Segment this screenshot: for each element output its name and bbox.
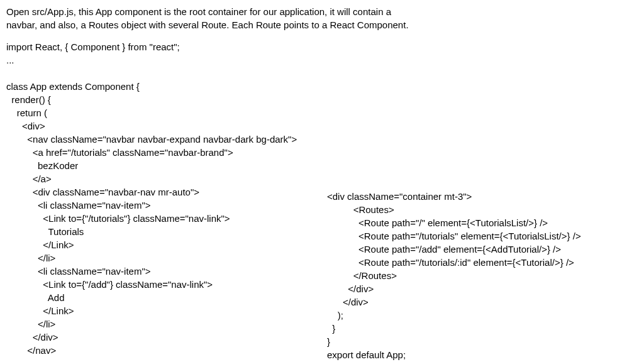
code-block-right: <div className="container mt-3"> <Routes…	[327, 190, 581, 361]
intro-line-1: Open src/App.js, this App component is t…	[6, 5, 638, 18]
intro-line-2: navbar, and also, a Routes object with s…	[6, 18, 638, 31]
intro-paragraph: Open src/App.js, this App component is t…	[6, 5, 638, 31]
